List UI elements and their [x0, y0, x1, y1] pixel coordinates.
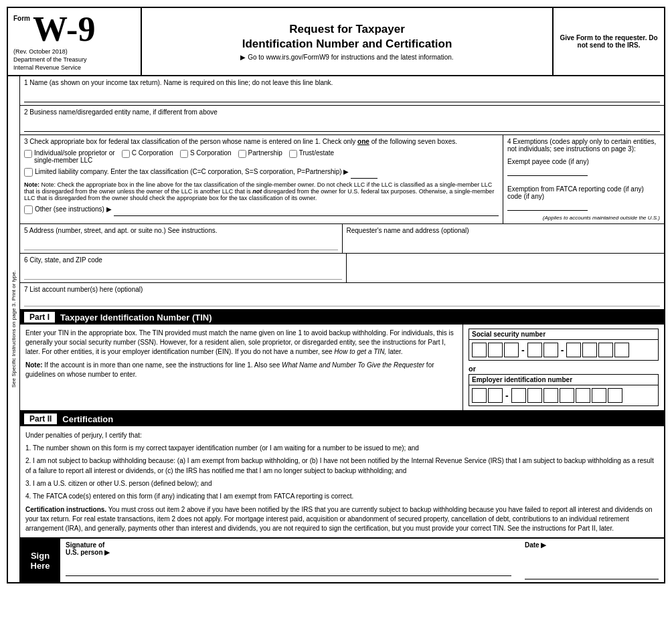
- cert-item-3: 3. I am a U.S. citizen or other U.S. per…: [25, 478, 659, 488]
- cert-item-4: 4. The FATCA code(s) entered on this for…: [25, 491, 659, 501]
- line3-left: 3 Check appropriate box for federal tax …: [20, 135, 503, 223]
- line3-label: 3 Check appropriate box for federal tax …: [24, 138, 499, 145]
- line2-label: 2 Business name/disregarded entity name,…: [24, 108, 660, 116]
- part2-title: Certification: [62, 414, 113, 424]
- irs-link: ▶ Go to www.irs.gov/FormW9 for instructi…: [240, 54, 453, 61]
- line5-label: 5 Address (number, street, and apt. or s…: [24, 227, 338, 234]
- part2-roman: Part II: [24, 414, 57, 424]
- checkbox-ccorp: C Corporation: [122, 149, 173, 158]
- ssn-cell-4[interactable]: [527, 343, 542, 357]
- ein-cell-7[interactable]: [576, 388, 590, 403]
- part1-header: Part I Taxpayer Identification Number (T…: [20, 310, 664, 325]
- ein-cell-6[interactable]: [560, 388, 574, 403]
- sig-label: Signature of: [66, 541, 511, 549]
- give-form-text: Give Form to the requester. Do not send …: [554, 8, 664, 75]
- llc-classification-input[interactable]: [351, 168, 377, 179]
- ein-cell-2[interactable]: [488, 388, 503, 403]
- part1-text: Enter your TIN in the appropriate box. T…: [20, 325, 463, 410]
- checkbox-individual: Individual/sole proprietor orsingle-memb…: [24, 149, 115, 164]
- line3-rest: of the following seven boxes.: [371, 138, 457, 145]
- ssn-cell-3[interactable]: [504, 343, 519, 357]
- scorp-label: S Corporation: [190, 149, 232, 157]
- ein-cell-9[interactable]: [608, 388, 622, 403]
- ssn-cell-6[interactable]: [566, 343, 581, 357]
- cert-item-1: 1. The number shown on this form is my c…: [25, 443, 659, 453]
- ein-label: Employer identification number: [469, 375, 658, 385]
- ssn-segment-3: [566, 343, 629, 357]
- llc-checkbox[interactable]: [24, 168, 33, 177]
- partnership-label: Partnership: [248, 149, 282, 157]
- cert-item-2: 2. I am not subject to backup withholdin…: [25, 456, 659, 476]
- address-row: 5 Address (number, street, and apt. or s…: [20, 224, 664, 254]
- cert-instructions-body: You must cross out item 2 above if you h…: [25, 506, 653, 532]
- ein-cell-8[interactable]: [592, 388, 606, 403]
- ccorp-checkbox[interactable]: [122, 150, 130, 158]
- part2-body: Under penalties of perjury, I certify th…: [20, 426, 664, 539]
- individual-label: Individual/sole proprietor orsingle-memb…: [34, 149, 115, 164]
- applies-text: (Applies to accounts maintained outside …: [507, 215, 660, 221]
- ein-cell-3[interactable]: [511, 388, 526, 403]
- header-subtitle: Identification Number and Certification: [242, 37, 452, 51]
- ssn-fields: - -: [469, 340, 658, 360]
- ein-cell-5[interactable]: [543, 388, 558, 403]
- individual-checkbox[interactable]: [24, 150, 32, 158]
- partnership-checkbox[interactable]: [238, 150, 246, 158]
- line1-section: 1 Name (as shown on your income tax retu…: [20, 76, 664, 106]
- ssn-cell-5[interactable]: [543, 343, 558, 357]
- trust-checkbox[interactable]: [289, 150, 297, 158]
- date-input[interactable]: [525, 559, 659, 579]
- line1-label: 1 Name (as shown on your income tax retu…: [24, 79, 660, 86]
- part2-header: Part II Certification: [20, 411, 664, 426]
- requester-address-input: [347, 254, 665, 282]
- part1-body: Enter your TIN in the appropriate box. T…: [20, 325, 664, 411]
- line6-input: [24, 265, 342, 280]
- tax-classification-checkboxes: Individual/sole proprietor orsingle-memb…: [24, 149, 499, 164]
- part1-how-get: How to get a TIN,: [334, 348, 386, 355]
- ssn-cell-2[interactable]: [488, 343, 503, 357]
- exemptions-title: 4 Exemptions (codes apply only to certai…: [507, 138, 660, 153]
- line2-input-area: [24, 117, 660, 132]
- ein-cell-4[interactable]: [527, 388, 542, 403]
- ssn-segment-1: [472, 343, 519, 357]
- signature-input[interactable]: [66, 556, 511, 576]
- form-rev: (Rev. October 2018): [13, 48, 135, 55]
- part1-title: Taxpayer Identification Number (TIN): [60, 312, 212, 323]
- checkbox-scorp: S Corporation: [180, 149, 232, 158]
- part1-note-label: Note:: [25, 361, 43, 369]
- line5-input: [24, 236, 338, 250]
- ssn-cell-9[interactable]: [614, 343, 629, 357]
- llc-note: Note: Note: Check the appropriate box in…: [24, 181, 499, 201]
- code-if-any: code (if any): [507, 193, 660, 200]
- us-person-label: U.S. person ▶: [66, 549, 511, 556]
- ein-dash: -: [504, 390, 510, 401]
- other-input[interactable]: [114, 205, 499, 216]
- ssn-dash-2: -: [560, 345, 566, 355]
- ssn-cell-7[interactable]: [582, 343, 597, 357]
- side-label: See Specific Instructions on page 3. Pri…: [8, 76, 20, 582]
- line6-section: 6 City, state, and ZIP code: [20, 254, 347, 282]
- ssn-label: Social security number: [469, 329, 658, 340]
- signature-section: Signature of U.S. person ▶: [66, 541, 511, 579]
- ssn-cell-1[interactable]: [472, 343, 487, 357]
- other-checkbox[interactable]: [24, 205, 33, 214]
- part1-body-text: Enter your TIN in the appropriate box. T…: [25, 329, 457, 357]
- cert-instructions: Certification instructions. You must cro…: [25, 505, 659, 533]
- part1-roman: Part I: [24, 312, 55, 323]
- date-label: Date ▶: [525, 541, 659, 549]
- ein-segment-1: [472, 388, 503, 403]
- sign-here-text: Sign Here: [24, 551, 56, 571]
- note-bold: Note:: [24, 181, 41, 188]
- ssn-segment-2: [527, 343, 558, 357]
- sign-here-label: Sign Here: [20, 539, 60, 582]
- line5-section: 5 Address (number, street, and apt. or s…: [20, 224, 343, 253]
- under-penalties: Under penalties of perjury, I certify th…: [25, 430, 659, 440]
- form-label: Form: [13, 15, 30, 22]
- ssn-cell-8[interactable]: [598, 343, 613, 357]
- llc-not: not: [252, 188, 262, 195]
- requester-section: Requester's name and address (optional): [343, 224, 665, 253]
- line6-label: 6 City, state, and ZIP code: [24, 256, 342, 264]
- side-label-text: See Specific Instructions on page 3. Pri…: [11, 270, 17, 387]
- ein-cell-1[interactable]: [472, 388, 487, 403]
- scorp-checkbox[interactable]: [180, 150, 188, 158]
- other-row: Other (see instructions) ▶: [24, 205, 499, 216]
